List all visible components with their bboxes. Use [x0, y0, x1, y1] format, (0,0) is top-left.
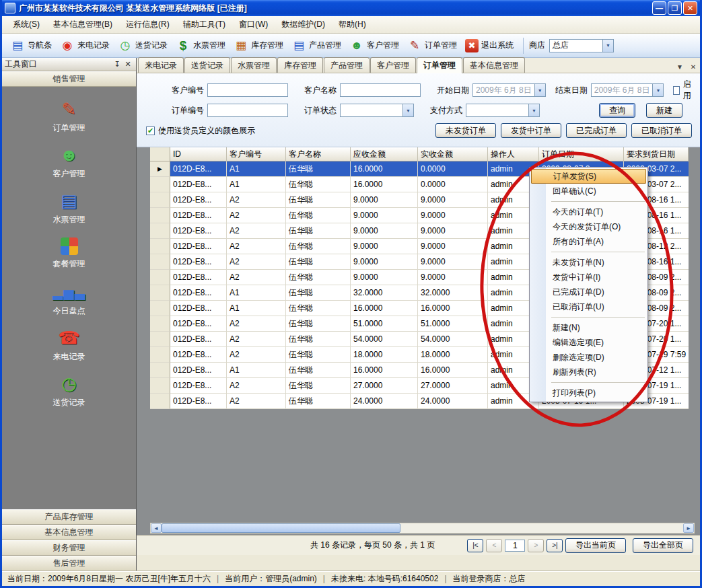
context-menu-item[interactable]: 删除选定项(D)	[531, 350, 646, 365]
row-selector[interactable]	[150, 239, 170, 254]
context-menu-item[interactable]: 打印列表(P)	[531, 385, 646, 400]
sidebar-item[interactable]: ☻ 客户管理	[2, 139, 136, 185]
column-header-required-date[interactable]: 要求到货日期	[624, 147, 689, 161]
sidebar-group[interactable]: 售后管理	[2, 556, 136, 571]
store-select[interactable]: 总店 ▼	[549, 39, 614, 52]
context-menu-item[interactable]: 新建(N)	[531, 320, 646, 335]
menu-item[interactable]: 窗口(W)	[232, 16, 275, 33]
sidebar-item[interactable]: ▦ 套餐管理	[2, 231, 136, 277]
horizontal-scrollbar[interactable]: ◄ ►	[150, 523, 695, 534]
tab[interactable]: 产品管理	[324, 57, 370, 73]
context-menu-item[interactable]	[551, 379, 645, 383]
column-header-received[interactable]: 实收金额	[418, 147, 488, 161]
enable-checkbox[interactable]: 启用	[673, 79, 693, 102]
query-button[interactable]: 查询	[599, 103, 635, 118]
chevron-down-icon[interactable]: ▼	[602, 40, 613, 52]
tab[interactable]: 送货记录	[184, 57, 230, 73]
toolbar-button[interactable]: ▤ 产品管理	[287, 36, 345, 55]
toolbar-button[interactable]: ☻ 客户管理	[345, 36, 403, 55]
tab[interactable]: 基本信息管理	[463, 57, 525, 73]
sidebar-group[interactable]: 基本信息管理	[2, 525, 136, 540]
row-selector[interactable]	[150, 363, 170, 378]
tab[interactable]: 来电记录	[138, 57, 184, 73]
customer-name-input[interactable]	[340, 83, 421, 97]
toolbar-button[interactable]: ✖ 退出系统	[461, 37, 518, 54]
page-number-input[interactable]	[505, 540, 525, 552]
last-page-button[interactable]: >|	[547, 539, 563, 552]
export-all-pages-button[interactable]: 导出全部页	[633, 538, 693, 553]
close-button[interactable]: ✕	[683, 1, 697, 15]
tab[interactable]: 客户管理	[370, 57, 416, 73]
row-selector[interactable]	[150, 177, 170, 192]
row-selector[interactable]	[150, 192, 170, 208]
order-status-filter-button[interactable]: 已完成订单	[566, 123, 627, 138]
toolbar-button[interactable]: ✎ 订单管理	[403, 36, 461, 55]
chevron-down-icon[interactable]: ▼	[674, 63, 685, 71]
context-menu-item[interactable]: 编辑选定项(E)	[531, 335, 646, 350]
chevron-down-icon[interactable]: ▼	[652, 84, 663, 96]
menu-item[interactable]: 帮助(H)	[332, 16, 373, 33]
new-button[interactable]: 新建	[646, 103, 682, 118]
menu-item[interactable]: 辅助工具(T)	[176, 16, 232, 33]
sidebar-group-sales[interactable]: 销售管理	[2, 71, 136, 87]
maximize-button[interactable]: ❐	[668, 1, 682, 15]
row-selector[interactable]	[150, 394, 170, 409]
toolbar-button[interactable]: $ 水票管理	[172, 36, 230, 55]
menu-item[interactable]: 系统(S)	[6, 16, 46, 33]
column-header-id[interactable]: ID	[170, 147, 227, 161]
pin-icon[interactable]: ↧	[112, 59, 122, 70]
sidebar-item[interactable]: ▤ 水票管理	[2, 185, 136, 231]
row-selector[interactable]	[150, 254, 170, 270]
tab[interactable]: 订单管理	[417, 57, 462, 73]
sidebar-item[interactable]: ✎ 订单管理	[2, 94, 136, 139]
column-header-customer-no[interactable]: 客户编号	[227, 147, 286, 161]
column-header-operator[interactable]: 操作人	[488, 147, 539, 161]
toolbar-button[interactable]: ◉ 来电记录	[56, 36, 114, 55]
chevron-down-icon[interactable]: ▼	[528, 104, 539, 116]
menu-item[interactable]: 数据维护(D)	[275, 16, 332, 33]
context-menu-item[interactable]	[551, 314, 645, 318]
sidebar-item[interactable]: ◷ 送货记录	[2, 368, 136, 414]
row-selector[interactable]	[150, 378, 170, 394]
minimize-button[interactable]: —	[652, 1, 666, 15]
context-menu-item[interactable]: 今天的订单(T)	[531, 205, 646, 219]
context-menu-item[interactable]	[551, 198, 645, 202]
toolbar-button[interactable]: ◷ 送货记录	[114, 36, 172, 55]
context-menu-item[interactable]	[551, 249, 645, 252]
sidebar-group[interactable]: 财务管理	[2, 540, 136, 556]
row-selector[interactable]: ▶	[150, 161, 170, 177]
order-status-filter-button[interactable]: 已取消订单	[631, 123, 692, 138]
export-current-page-button[interactable]: 导出当前页	[565, 538, 626, 553]
row-selector[interactable]	[150, 316, 170, 332]
context-menu-item[interactable]: 已完成订单(D)	[531, 285, 646, 299]
context-menu-item[interactable]: 所有的订单(A)	[531, 234, 646, 249]
order-status-filter-button[interactable]: 发货中订单	[501, 123, 561, 138]
close-tab-icon[interactable]: ✕	[688, 63, 699, 71]
prev-page-button[interactable]: <	[486, 539, 502, 552]
next-page-button[interactable]: >	[528, 539, 544, 552]
sidebar-group[interactable]: 产品库存管理	[2, 509, 136, 525]
delivery-color-checkbox[interactable]: 使用送货员定义的颜色展示	[146, 125, 255, 137]
scrollbar-thumb[interactable]	[162, 523, 400, 533]
context-menu-item[interactable]: 发货中订单(I)	[531, 270, 646, 285]
sidebar-item[interactable]: ▂▅▃ 今日盘点	[2, 277, 136, 322]
context-menu-item[interactable]: 未发货订单(N)	[531, 255, 646, 270]
row-selector[interactable]	[150, 208, 170, 223]
context-menu-item[interactable]: 回单确认(C)	[531, 184, 646, 198]
tab[interactable]: 库存管理	[277, 57, 323, 73]
column-header-receivable[interactable]: 应收金额	[351, 147, 418, 161]
order-status-filter-button[interactable]: 未发货订单	[435, 123, 496, 138]
end-date-picker[interactable]: 2009年 6月 8日 ▼	[591, 83, 664, 97]
scroll-right-icon[interactable]: ►	[683, 523, 694, 533]
start-date-picker[interactable]: 2009年 6月 8日 ▼	[472, 83, 546, 97]
chevron-down-icon[interactable]: ▼	[402, 104, 413, 116]
customer-no-input[interactable]	[207, 83, 288, 97]
row-selector[interactable]	[150, 347, 170, 363]
row-selector[interactable]	[150, 270, 170, 285]
context-menu-item[interactable]: 已取消订单(U)	[531, 299, 646, 314]
context-menu-item[interactable]: 今天的发货订单(O)	[531, 219, 646, 234]
context-menu-item[interactable]: 订单发货(S)	[531, 169, 646, 184]
scroll-left-icon[interactable]: ◄	[151, 523, 162, 533]
toolbar-button[interactable]: ▤ 导航条	[6, 36, 56, 55]
context-menu-item[interactable]: 刷新列表(R)	[531, 365, 646, 379]
